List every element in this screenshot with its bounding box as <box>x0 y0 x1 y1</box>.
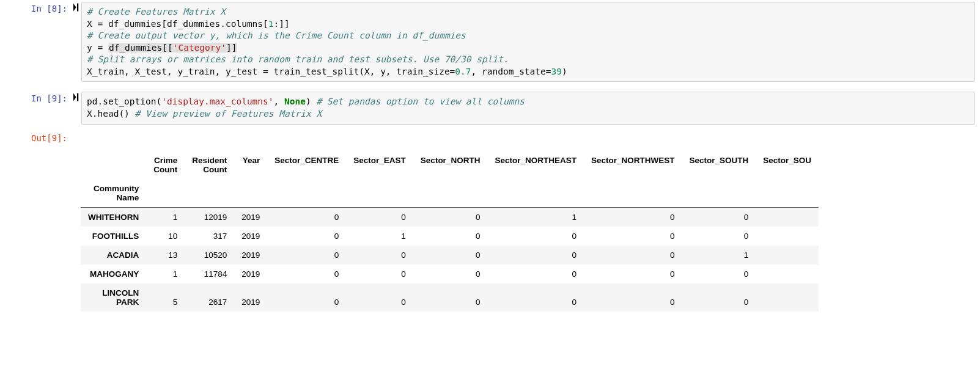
cell <box>756 227 819 246</box>
code-input[interactable]: # Create Features Matrix X X = df_dummie… <box>81 2 975 82</box>
code-number: 0.7 <box>455 67 471 76</box>
col-header: Sector_EAST <box>346 151 413 179</box>
cell: 0 <box>584 246 682 265</box>
code-text: , random_state= <box>471 67 551 76</box>
cell: 12019 <box>185 207 234 227</box>
cell: 0 <box>487 246 584 265</box>
cell: 0 <box>346 207 413 227</box>
cell: 0 <box>413 265 488 283</box>
cell: 2019 <box>234 227 267 246</box>
run-icon <box>73 93 80 101</box>
cell: 1 <box>146 265 185 283</box>
code-comment: # View preview of Features Matrix X <box>135 109 322 119</box>
cell: 0 <box>267 227 346 246</box>
code-keyword: None <box>284 97 306 106</box>
code-comment: # Split arrays or matrices into random t… <box>87 54 509 64</box>
cell: 0 <box>346 246 413 265</box>
cell: 0 <box>346 265 413 283</box>
row-index: FOOTHILLS <box>81 227 146 246</box>
cell: 317 <box>185 227 234 246</box>
table-row: FOOTHILLS 10 317 2019 0 1 0 0 0 0 <box>81 227 819 246</box>
code-number: 39 <box>551 67 562 76</box>
run-cell-button[interactable] <box>70 2 81 82</box>
code-cell-9: In [9]: pd.set_option('display.max_colum… <box>0 90 980 126</box>
table-row: WHITEHORN 1 12019 2019 0 0 0 1 0 0 <box>81 207 819 227</box>
cell: 0 <box>584 227 682 246</box>
code-input[interactable]: pd.set_option('display.max_columns', Non… <box>81 92 975 124</box>
code-text: :]] <box>274 19 290 29</box>
cell: 0 <box>267 207 346 227</box>
code-number: 1 <box>268 19 274 29</box>
table-head: Crime Count Resident Count Year Sector_C… <box>81 151 819 208</box>
code-text: X.head() <box>87 109 135 119</box>
col-header: Sector_SOU <box>756 151 819 179</box>
cell: 0 <box>413 227 488 246</box>
out-prompt: Out[9]: <box>0 131 70 145</box>
cell: 2019 <box>234 246 267 265</box>
dataframe-output: Crime Count Resident Count Year Sector_C… <box>81 151 819 312</box>
index-name: Community Name <box>81 179 146 208</box>
col-header: Resident Count <box>185 151 234 179</box>
cell: 0 <box>413 246 488 265</box>
cell <box>756 283 819 312</box>
cell: 0 <box>346 283 413 312</box>
cell: 1 <box>346 227 413 246</box>
row-index: WHITEHORN <box>81 207 146 227</box>
svg-rect-1 <box>76 93 78 101</box>
svg-rect-0 <box>76 4 78 12</box>
row-index: LINCOLN PARK <box>81 283 146 312</box>
cell <box>756 265 819 283</box>
cell: 0 <box>413 207 488 227</box>
code-text: ) <box>306 97 316 106</box>
code-string: 'display.max_columns' <box>161 97 273 106</box>
col-header: Sector_NORTHWEST <box>584 151 682 179</box>
table-row: MAHOGANY 1 11784 2019 0 0 0 0 0 0 <box>81 265 819 283</box>
code-text: X = df_dummies[df_dummies.columns[ <box>87 19 268 29</box>
code-highlight: df_dummies[['Category']] <box>108 43 238 53</box>
code-comment: # Create Features Matrix X <box>87 7 226 16</box>
cell: 0 <box>682 207 756 227</box>
cell: 1 <box>487 207 584 227</box>
cell: 10520 <box>185 246 234 265</box>
col-header: Sector_SOUTH <box>682 151 756 179</box>
code-text: ) <box>562 67 567 76</box>
col-header: Year <box>234 151 267 179</box>
cell: 2019 <box>234 283 267 312</box>
row-index: ACADIA <box>81 246 146 265</box>
cell: 0 <box>267 265 346 283</box>
cell: 10 <box>146 227 185 246</box>
cell: 0 <box>682 283 756 312</box>
cell: 0 <box>487 227 584 246</box>
output-area: Out[9]: <box>0 131 980 145</box>
code-comment: # Set pandas option to view all columns <box>316 97 524 106</box>
cell <box>756 207 819 227</box>
cell: 2019 <box>234 207 267 227</box>
code-text: , <box>274 97 284 106</box>
table-body: WHITEHORN 1 12019 2019 0 0 0 1 0 0 FOOTH… <box>81 207 819 312</box>
in-prompt: In [9]: <box>0 92 70 124</box>
code-text: y = <box>87 43 108 53</box>
col-header: Sector_NORTH <box>413 151 488 179</box>
cell: 0 <box>487 265 584 283</box>
cell: 0 <box>267 246 346 265</box>
cell: 0 <box>413 283 488 312</box>
run-icon <box>73 3 80 12</box>
cell: 0 <box>682 265 756 283</box>
cell: 0 <box>584 283 682 312</box>
cell: 0 <box>584 207 682 227</box>
run-cell-button[interactable] <box>70 92 81 124</box>
cell <box>756 246 819 265</box>
cell: 2019 <box>234 265 267 283</box>
cell: 1 <box>146 207 185 227</box>
cell: 0 <box>682 227 756 246</box>
cell: 0 <box>584 265 682 283</box>
col-header: Crime Count <box>146 151 185 179</box>
cell: 1 <box>682 246 756 265</box>
code-comment: # Create output vector y, which is the C… <box>87 31 466 40</box>
col-header: Sector_NORTHEAST <box>487 151 584 179</box>
code-cell-8: In [8]: # Create Features Matrix X X = d… <box>0 0 980 84</box>
cell: 2617 <box>185 283 234 312</box>
cell: 11784 <box>185 265 234 283</box>
table-row: LINCOLN PARK 5 2617 2019 0 0 0 0 0 0 <box>81 283 819 312</box>
col-header: Sector_CENTRE <box>267 151 346 179</box>
